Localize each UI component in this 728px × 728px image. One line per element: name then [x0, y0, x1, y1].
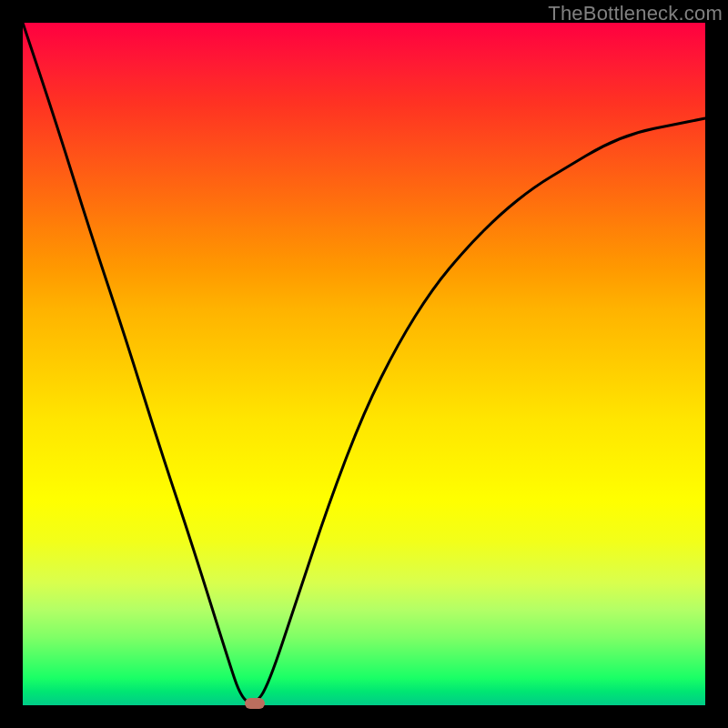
- minimum-marker: [245, 698, 265, 709]
- watermark-text: TheBottleneck.com: [548, 2, 723, 25]
- bottleneck-curve: [23, 23, 705, 705]
- chart-frame: TheBottleneck.com: [0, 0, 728, 728]
